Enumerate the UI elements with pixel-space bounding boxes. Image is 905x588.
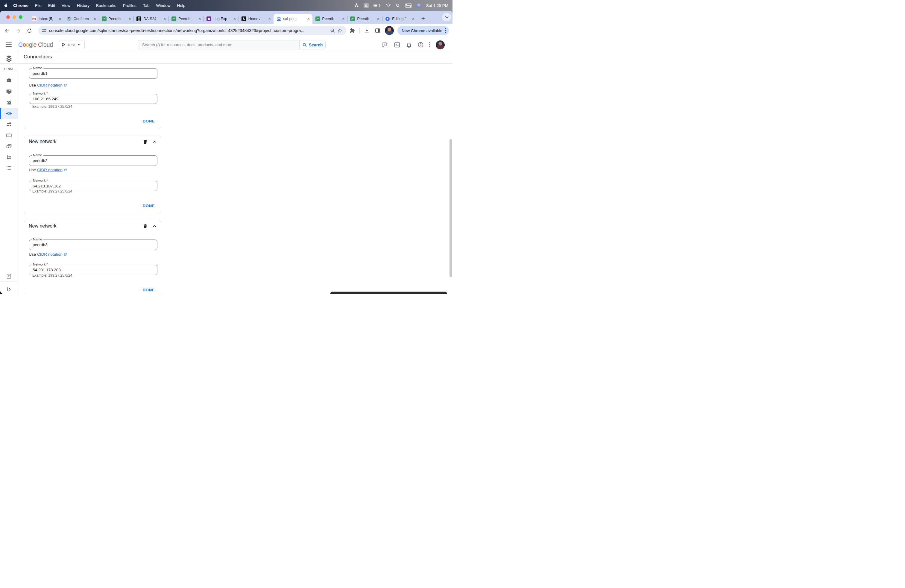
name-input[interactable] bbox=[29, 240, 157, 250]
cloud-sql-product-icon[interactable] bbox=[0, 53, 17, 64]
url-text[interactable]: console.cloud.google.com/sql/instances/s… bbox=[49, 28, 329, 33]
spotlight-icon[interactable] bbox=[395, 3, 400, 8]
chrome-update-button[interactable]: New Chrome available bbox=[397, 26, 449, 35]
release-notes-icon[interactable] bbox=[0, 271, 17, 282]
help-icon[interactable]: ? bbox=[418, 41, 424, 48]
collapse-card-icon[interactable] bbox=[152, 139, 157, 144]
sidebar-item-system-insights[interactable] bbox=[0, 86, 17, 97]
reload-button[interactable] bbox=[26, 27, 33, 35]
close-tab-icon[interactable]: × bbox=[197, 17, 202, 21]
close-tab-icon[interactable]: × bbox=[127, 17, 132, 21]
search-input[interactable] bbox=[138, 40, 299, 49]
sidebar-item-backups[interactable] bbox=[0, 141, 17, 151]
tiles-status-icon[interactable] bbox=[355, 3, 359, 8]
name-field[interactable]: Name bbox=[29, 68, 157, 79]
console-search-bar[interactable]: Search bbox=[138, 40, 325, 49]
name-input[interactable] bbox=[29, 68, 157, 78]
zoom-out-icon[interactable] bbox=[329, 27, 336, 34]
tab-editing[interactable]: Editing " × bbox=[382, 14, 417, 24]
apple-icon[interactable] bbox=[0, 3, 10, 8]
sidebar-item-users[interactable] bbox=[0, 119, 17, 130]
tab-inbox[interactable]: Inbox (5, × bbox=[29, 14, 64, 24]
close-tab-icon[interactable]: × bbox=[58, 17, 62, 21]
sidebar-item-replicas[interactable] bbox=[0, 152, 17, 162]
tab-peerdb-2[interactable]: Peerdb × bbox=[168, 14, 203, 24]
tab-conference[interactable]: Conferen × bbox=[64, 14, 99, 24]
vertical-scrollbar[interactable] bbox=[449, 139, 452, 277]
tab-peerdb-4[interactable]: Peerdb × bbox=[347, 14, 382, 24]
done-button[interactable]: DONE bbox=[143, 288, 155, 292]
menu-profiles[interactable]: Profiles bbox=[120, 3, 140, 8]
bookmark-star-icon[interactable] bbox=[336, 27, 343, 34]
battery-icon[interactable] bbox=[373, 3, 381, 8]
nav-menu-icon[interactable] bbox=[6, 42, 12, 47]
control-center-icon[interactable] bbox=[405, 3, 412, 8]
close-tab-icon[interactable]: × bbox=[162, 17, 167, 21]
account-avatar[interactable] bbox=[436, 40, 445, 49]
maximize-window-button[interactable] bbox=[19, 15, 22, 19]
menu-file[interactable]: File bbox=[32, 3, 45, 8]
close-tab-icon[interactable]: × bbox=[233, 17, 237, 21]
back-button[interactable] bbox=[3, 27, 11, 35]
extensions-icon[interactable] bbox=[349, 27, 356, 34]
side-panel-icon[interactable] bbox=[374, 27, 381, 34]
new-tab-button[interactable]: + bbox=[419, 14, 427, 23]
menu-bookmarks[interactable]: Bookmarks bbox=[93, 3, 120, 8]
menu-bar-clock[interactable]: Sat 1:25 PM bbox=[426, 3, 448, 8]
tab-log-explorer[interactable]: Log Exp × bbox=[203, 14, 238, 24]
menu-help[interactable]: Help bbox=[173, 3, 189, 8]
tab-peerdb-1[interactable]: Peerdb × bbox=[99, 14, 134, 24]
done-button[interactable]: DONE bbox=[143, 203, 155, 208]
close-tab-icon[interactable]: × bbox=[306, 17, 311, 21]
sidebar-item-connections[interactable] bbox=[0, 108, 17, 119]
site-settings-icon[interactable] bbox=[41, 28, 47, 33]
cidr-notation-link[interactable]: CIDR notation bbox=[37, 168, 67, 172]
tab-dais24[interactable]: DAIS DAIS24 × bbox=[133, 14, 168, 24]
tab-cloud-sql-active[interactable]: sai-peer × bbox=[273, 14, 313, 24]
notifications-bell-icon[interactable] bbox=[406, 41, 412, 48]
downloads-icon[interactable] bbox=[363, 27, 370, 34]
sidebar-item-operations[interactable] bbox=[0, 162, 17, 173]
release-notes-chat-icon[interactable] bbox=[382, 41, 389, 48]
menu-edit[interactable]: Edit bbox=[45, 3, 58, 8]
network-input[interactable] bbox=[29, 94, 157, 103]
more-menu-icon[interactable] bbox=[445, 28, 446, 33]
menu-tab[interactable]: Tab bbox=[140, 3, 153, 8]
close-tab-icon[interactable]: × bbox=[93, 17, 97, 21]
name-input[interactable] bbox=[29, 156, 157, 165]
menu-view[interactable]: View bbox=[58, 3, 74, 8]
siri-icon[interactable] bbox=[417, 3, 421, 8]
menu-window[interactable]: Window bbox=[152, 3, 173, 8]
minimize-window-button[interactable] bbox=[13, 15, 16, 19]
close-window-button[interactable] bbox=[6, 15, 10, 19]
tab-peerdb-3[interactable]: Peerdb × bbox=[313, 14, 348, 24]
url-bar[interactable]: console.cloud.google.com/sql/instances/s… bbox=[38, 26, 346, 35]
close-tab-icon[interactable]: × bbox=[411, 17, 415, 21]
sidebar-item-overview[interactable] bbox=[0, 75, 17, 86]
name-field[interactable]: Name bbox=[29, 240, 157, 250]
done-button[interactable]: DONE bbox=[143, 119, 155, 123]
sidebar-item-databases[interactable] bbox=[0, 130, 17, 141]
close-tab-icon[interactable]: × bbox=[341, 17, 345, 21]
cidr-notation-link[interactable]: CIDR notation bbox=[37, 83, 67, 87]
close-tab-icon[interactable]: × bbox=[376, 17, 380, 21]
search-button[interactable]: Search bbox=[299, 40, 325, 49]
menu-chrome[interactable]: Chrome bbox=[10, 3, 32, 8]
wifi-icon[interactable] bbox=[386, 3, 391, 8]
tab-x-home[interactable]: Home / × bbox=[238, 14, 273, 24]
project-picker[interactable]: test bbox=[59, 40, 85, 49]
menu-history[interactable]: History bbox=[74, 3, 93, 8]
google-cloud-logo[interactable]: Google Cloud bbox=[18, 37, 53, 52]
name-field[interactable]: Name bbox=[29, 156, 157, 166]
app-status-icon[interactable] bbox=[364, 3, 369, 8]
forward-button[interactable] bbox=[15, 27, 22, 35]
browser-profile-avatar[interactable] bbox=[385, 26, 394, 35]
collapse-card-icon[interactable] bbox=[152, 224, 157, 229]
close-tab-icon[interactable]: × bbox=[268, 17, 272, 21]
network-field[interactable]: Network * bbox=[29, 94, 157, 104]
delete-network-icon[interactable] bbox=[143, 139, 148, 145]
cidr-notation-link[interactable]: CIDR notation bbox=[37, 252, 67, 257]
more-options-icon[interactable] bbox=[429, 42, 430, 47]
sidebar-item-query-insights[interactable] bbox=[0, 97, 17, 108]
cloud-shell-icon[interactable] bbox=[394, 41, 400, 48]
